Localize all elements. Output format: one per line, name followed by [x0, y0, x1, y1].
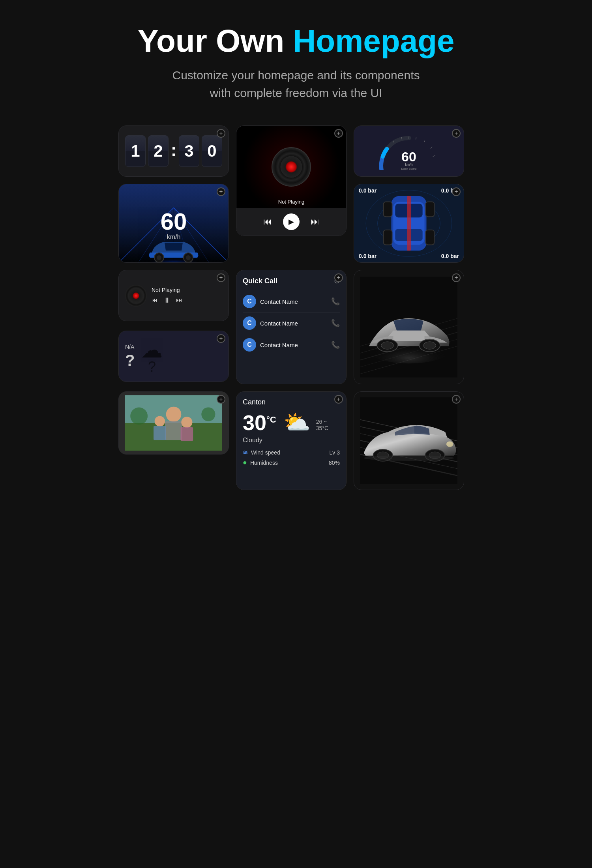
contact-row-1: C Contact Name 📞 [243, 291, 340, 312]
widget-grid: + 1 2 : 3 0 + Not Playing ⏮ ▶ ⏭ + [118, 125, 474, 490]
na-clouds: ☁ ? [141, 337, 163, 375]
call-icon-2[interactable]: 📞 [331, 319, 340, 327]
svg-line-9 [424, 140, 425, 142]
svg-rect-55 [154, 426, 166, 440]
music-small-widget: + Not Playing ⏮ ⏸ ⏭ [118, 270, 229, 321]
luxury-add-button[interactable]: + [452, 395, 461, 404]
family-photo-widget: + [118, 391, 229, 455]
svg-text:60: 60 [401, 149, 416, 164]
svg-rect-35 [426, 202, 435, 217]
prev-button[interactable]: ⏮ [263, 217, 272, 227]
small-next-button[interactable]: ⏭ [176, 297, 182, 304]
svg-point-67 [446, 441, 453, 447]
quick-call-add-button[interactable]: + [334, 273, 343, 282]
family-svg [125, 391, 222, 455]
humid-value: 80% [329, 460, 340, 466]
na-label: N/A [125, 344, 135, 350]
tire-pressure-widget: + 0.0 bar 0.0 bar [354, 184, 464, 263]
contact-name-1: Contact Name [260, 298, 298, 305]
humid-row: ● Humidness 80% [243, 458, 340, 467]
svg-point-52 [166, 407, 182, 422]
tire-bot-left: 0.0 bar [354, 223, 409, 262]
clock-add-button[interactable]: + [217, 129, 225, 138]
wind-value: Lv 3 [330, 449, 340, 456]
tire-add-button[interactable]: + [452, 187, 461, 196]
na-question: ? [125, 352, 135, 369]
svg-point-46 [381, 342, 394, 349]
svg-rect-53 [165, 421, 182, 440]
weather-na-widget: + N/A ? ☁ ? [118, 331, 229, 382]
small-prev-button[interactable]: ⏮ [152, 297, 158, 304]
gauge-widget: + 60 km/h Dash Board [354, 125, 464, 177]
music-top-widget: + Not Playing ⏮ ▶ ⏭ [236, 125, 347, 236]
page-title: Your Own Homepage [137, 24, 454, 58]
clock-digit-2: 2 [148, 135, 169, 167]
title-part1: Your Own [137, 23, 284, 58]
svg-point-24 [157, 255, 161, 260]
vinyl-record [272, 147, 311, 187]
car-speed-number: 60 [161, 210, 187, 234]
contact-name-3: Contact Name [260, 342, 298, 348]
humid-icon: ● [243, 458, 247, 467]
weather-canton-widget: + Canton 30°C ⛅ 26 ~ 35°C Cloudy ≋ Wind … [236, 391, 347, 490]
svg-line-8 [416, 137, 416, 140]
contact-avatar-3: C [243, 338, 256, 352]
luxury-car-svg [360, 391, 457, 490]
svg-point-26 [186, 255, 191, 260]
canton-add-button[interactable]: + [334, 395, 343, 404]
car-sports-add-button[interactable]: + [452, 273, 461, 282]
temperature: 30°C [243, 410, 276, 435]
canton-city: Canton [243, 398, 340, 406]
music-status: Not Playing [278, 199, 304, 205]
svg-point-72 [364, 455, 454, 461]
quick-call-widget: + Quick Call ⊙ C Contact Name 📞 C Contac… [236, 270, 347, 384]
music-controls: ⏮ ▶ ⏭ [236, 208, 346, 236]
na-text-area: N/A ? [125, 344, 135, 369]
sun-cloud-icon: ⛅ [283, 410, 311, 435]
svg-point-59 [201, 407, 215, 421]
weather-main-row: 30°C ⛅ 26 ~ 35°C [243, 410, 340, 435]
svg-line-10 [431, 147, 432, 148]
call-icon-3[interactable]: 📞 [331, 340, 340, 349]
tire-grid: 0.0 bar 0.0 bar [354, 184, 464, 262]
humid-label: Humidness [250, 460, 278, 466]
svg-line-11 [433, 155, 435, 157]
call-icon-1[interactable]: 📞 [331, 297, 340, 306]
svg-rect-34 [384, 202, 392, 217]
clock-digit-3: 3 [179, 135, 199, 167]
wind-label: Wind speed [251, 449, 280, 456]
next-button[interactable]: ⏭ [311, 217, 319, 227]
svg-text:Dash Board: Dash Board [401, 167, 417, 170]
play-button[interactable]: ▶ [283, 213, 300, 230]
car-sports-widget: + [354, 270, 464, 384]
qc-header: Quick Call ⊙ [243, 277, 340, 285]
gauge-add-button[interactable]: + [452, 129, 461, 138]
weather-na-add-button[interactable]: + [217, 334, 225, 343]
temp-range: 26 ~ 35°C [316, 419, 340, 431]
weather-details: ≋ Wind speed Lv 3 ● Humidness 80% [243, 449, 340, 467]
speed-car-add-button[interactable]: + [217, 187, 225, 196]
wind-icon: ≋ [243, 449, 248, 456]
small-pause-button[interactable]: ⏸ [163, 296, 170, 305]
contact-name-2: Contact Name [260, 320, 298, 327]
contact-row-3: C Contact Name 📞 [243, 334, 340, 355]
wind-row: ≋ Wind speed Lv 3 [243, 449, 340, 456]
music-small-add-button[interactable]: + [217, 273, 225, 282]
title-part2: Homepage [293, 23, 455, 58]
clock-widget: + 1 2 : 3 0 [118, 125, 229, 177]
cloud-icon-small: ? [148, 359, 156, 375]
music-vinyl-area: Not Playing [236, 126, 346, 208]
page-subtitle: Customize your homepage and its componen… [172, 66, 420, 102]
contact-row-2: C Contact Name 📞 [243, 312, 340, 334]
svg-point-56 [181, 417, 192, 428]
family-add-button[interactable]: + [217, 395, 225, 404]
music-top-add-button[interactable]: + [334, 129, 343, 138]
contact-avatar-2: C [243, 316, 256, 330]
svg-rect-57 [181, 427, 193, 441]
music-small-info: Not Playing ⏮ ⏸ ⏭ [152, 287, 222, 305]
svg-point-58 [130, 407, 148, 425]
clock-digit-1: 1 [125, 135, 146, 167]
music-small-controls: ⏮ ⏸ ⏭ [152, 296, 222, 305]
cloudy-label: Cloudy [243, 437, 340, 444]
svg-point-54 [155, 416, 165, 426]
